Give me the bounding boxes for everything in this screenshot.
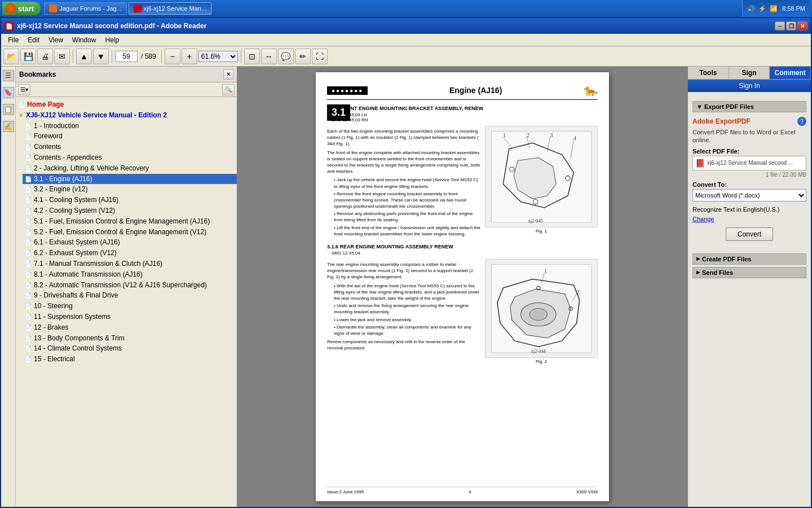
pdf-footer: Issue 2 June 1995 4 X300 VSM (327, 487, 598, 494)
bookmark-item-auto-aj16[interactable]: 📄 8.1 - Automatic Transmission (AJ16) (23, 269, 237, 280)
sign-in-button[interactable]: Sign In (688, 80, 811, 92)
bookmark-item-cooling-v12[interactable]: 📄 4.2 - Cooling System (V12) (23, 205, 237, 216)
bookmarks-close-button[interactable]: ✕ (223, 69, 233, 80)
bookmark-page-icon-8: 📄 (25, 196, 32, 204)
signatures-button[interactable]: ✍ (3, 121, 14, 132)
menu-view[interactable]: View (44, 35, 68, 45)
fit-width-button[interactable]: ↔ (261, 49, 277, 64)
restore-button[interactable]: ❐ (786, 21, 796, 30)
section-3-1-6-heading: 3.1.6 REAR ENGINE MOUNTING ASSEMBLY RENE… (327, 244, 598, 249)
create-pdf-section[interactable]: ▶ Create PDF Files (692, 253, 806, 265)
toolbar: 📂 💾 🖨 ✉ ▲ ▼ / 589 − + 61.6% ⊡ ↔ 💬 ✏ ⛶ (1, 46, 811, 67)
bullet-1: • Jack up the vehicle and secure the eng… (334, 177, 480, 189)
svg-text:3: 3 (550, 133, 553, 138)
bookmark-auto-aj16-label: 8.1 - Automatic Transmission (AJ16) (34, 270, 143, 279)
menu-bar: File Edit View Window Help (1, 34, 811, 46)
bookmark-list: 📄 Home Page ▼ XJ6-XJ12 Vehicle Service M… (16, 97, 237, 507)
menu-window[interactable]: Window (68, 35, 101, 45)
svg-text:xj2-045: xj2-045 (528, 218, 543, 224)
email-button[interactable]: ✉ (54, 49, 70, 64)
bookmark-item-auto-v12[interactable]: 📄 8.2 - Automatic Transmission (V12 & AJ… (23, 280, 237, 291)
window-title: xj6-xj12 Service Manual second edition.p… (17, 22, 775, 30)
tab-sign[interactable]: Sign (729, 67, 770, 79)
menu-file[interactable]: File (3, 35, 23, 45)
bookmark-item-engine-aj16[interactable]: 📄 3.1 - Engine (AJ16) (23, 174, 237, 185)
highlight-button[interactable]: ✏ (295, 49, 311, 64)
export-pdf-body: Adobe ExportPDF ? Convert PDF files to t… (692, 115, 806, 248)
navigation-panel-button[interactable]: ☰ (3, 70, 14, 81)
taskbar-btn-reader[interactable]: xj6-xj12 Service Man... (129, 2, 211, 15)
bookmark-item-suspension[interactable]: 📄 11 - Suspension Systems (23, 312, 237, 322)
bookmark-item-body[interactable]: 📄 13 - Body Components & Trim (23, 333, 237, 344)
bookmark-item-electrical[interactable]: 📄 15 - Electrical (23, 354, 237, 365)
zoom-out-button[interactable]: − (165, 49, 180, 64)
export-pdf-header[interactable]: ▼ Export PDF Files (692, 101, 806, 112)
bookmark-item-cooling-aj16[interactable]: 📄 4.1 - Cooling System (AJ16) (23, 195, 237, 205)
zoom-select[interactable]: 61.6% (198, 51, 238, 62)
bookmark-item-foreword[interactable]: 📄 Foreword (23, 131, 237, 142)
taskbar-btn-forums[interactable]: Jaguar Forums - Jag... (44, 2, 127, 15)
tray-icons: 🔊 ⚡ 📶 (747, 5, 778, 12)
bullet-3: • Remove any obstructing parts preventin… (334, 211, 480, 223)
bookmark-item-trans-aj16[interactable]: 📄 7.1 - Manual Transmission & Clutch (AJ… (23, 259, 237, 269)
prev-page-button[interactable]: ▲ (76, 49, 92, 64)
taskbar-buttons: Jaguar Forums - Jag... xj6-xj12 Service … (44, 2, 742, 15)
bookmark-item-engine-v12[interactable]: 📄 3.2 - Engine (v12) (23, 184, 237, 195)
send-files-section[interactable]: ▶ Send Files (692, 267, 806, 278)
pages-button[interactable]: 📋 (3, 104, 14, 115)
tab-tools[interactable]: Tools (688, 67, 729, 79)
bookmarks-search-button[interactable]: 🔍 (222, 84, 235, 95)
next-page-button[interactable]: ▼ (93, 49, 109, 64)
bookmark-manual-label: XJ6-XJ12 Vehicle Service Manual - Editio… (26, 111, 167, 120)
create-pdf-label: Create PDF Files (702, 256, 751, 262)
main-area: ☰ 🔖 📋 ✍ Bookmarks ✕ ☰▾ 🔍 (1, 67, 811, 507)
open-button[interactable]: 📂 (3, 49, 19, 64)
bookmark-item-home[interactable]: 📄 Home Page (16, 99, 237, 110)
convert-button[interactable]: Convert (726, 227, 773, 241)
bookmark-item-contents[interactable]: 📄 Contents (23, 142, 237, 152)
bookmark-item-driveshafts[interactable]: 📄 9 - Driveshafts & Final Drive (23, 290, 237, 301)
start-button[interactable]: start (2, 2, 41, 15)
menu-help[interactable]: Help (101, 35, 124, 45)
bookmark-item-fuel-v12[interactable]: 📄 5.2 - Fuel, Emission Control & Engine … (23, 227, 237, 238)
comment-button[interactable]: 💬 (278, 49, 294, 64)
bookmark-item-intro[interactable]: 📄 1 - Introduction (23, 121, 237, 132)
convert-format-select[interactable]: Microsoft Word (*.docx) Microsoft Excel … (692, 189, 806, 202)
bookmark-page-icon-11: 📄 (25, 229, 32, 237)
change-link[interactable]: Change (692, 216, 714, 222)
pdf-file-box[interactable]: 📕 xj6-xj12 Service Manual second ... (692, 156, 806, 170)
minimize-button[interactable]: ─ (775, 21, 785, 30)
browser-icon (49, 5, 57, 12)
fit-page-button[interactable]: ⊡ (244, 49, 260, 64)
toolbar-separator-4 (241, 50, 241, 63)
tab-comment[interactable]: Comment (770, 67, 811, 79)
bookmark-item-jacking[interactable]: 📄 2 - Jacking, Lifting & Vehicle Recover… (23, 163, 237, 174)
fullscreen-button[interactable]: ⛶ (312, 49, 328, 64)
right-panel-tabs: Tools Sign Comment (688, 67, 811, 80)
menu-edit[interactable]: Edit (23, 35, 44, 45)
close-button[interactable]: ✕ (797, 21, 807, 30)
bookmark-item-appendices[interactable]: 📄 Contents - Appendices (23, 152, 237, 163)
bookmark-item-fuel-aj16[interactable]: 📄 5.1 - Fuel, Emission Control & Engine … (23, 216, 237, 227)
bookmark-item-exhaust-v12[interactable]: 📄 6.2 - Exhaust System (V12) (23, 248, 237, 259)
help-button[interactable]: ? (797, 117, 806, 126)
bookmark-page-icon-5: 📄 (25, 165, 32, 173)
pdf-viewer[interactable]: ●●●●●●● Engine (AJ16) 🐆 3.1 3.1.5 FRONT … (238, 67, 687, 507)
bookmark-item-steering[interactable]: 📄 10 - Steering (23, 301, 237, 312)
bookmark-item-exhaust-aj16[interactable]: 📄 6.1 - Exhaust System (AJ16) (23, 237, 237, 248)
bookmark-item-manual[interactable]: ▼ XJ6-XJ12 Vehicle Service Manual - Edit… (16, 110, 237, 121)
send-files-label: Send Files (702, 269, 733, 276)
bookmarks-toolbar: ☰▾ 🔍 (16, 82, 237, 97)
save-button[interactable]: 💾 (20, 49, 36, 64)
bookmark-home-label: Home Page (27, 100, 64, 110)
bookmarks-button[interactable]: 🔖 (3, 87, 14, 98)
zoom-in-button[interactable]: + (182, 49, 197, 64)
bookmark-page-icon-9: 📄 (25, 207, 32, 215)
bookmark-item-climate[interactable]: 📄 14 - Climate Control Systems (23, 343, 237, 354)
print-button[interactable]: 🖨 (37, 49, 53, 64)
page-number-input[interactable] (115, 51, 138, 62)
svg-point-17 (529, 309, 547, 321)
bookmarks-options-button[interactable]: ☰▾ (18, 84, 30, 95)
bookmark-item-brakes[interactable]: 📄 12 - Brakes (23, 322, 237, 333)
fig-1: 1 2 3 4 (485, 126, 598, 227)
